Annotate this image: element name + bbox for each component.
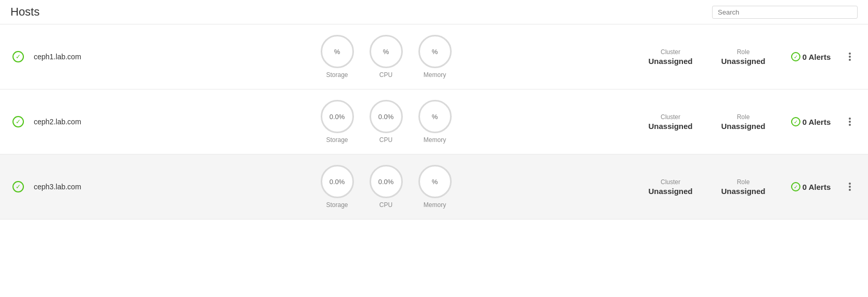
host-status-icon: ✓: [10, 51, 26, 62]
host-role: Role Unassigned: [707, 178, 780, 196]
host-row: ✓ ceph1.lab.com % Storage % CPU % Memory…: [0, 24, 868, 89]
host-alerts: ✓ 0 Alerts: [780, 182, 842, 191]
cpu-label: CPU: [379, 136, 392, 144]
cpu-metric: 0.0% CPU: [370, 165, 403, 209]
host-cluster: Cluster Unassigned: [634, 113, 707, 131]
storage-gauge: %: [321, 35, 354, 68]
cpu-metric: % CPU: [370, 35, 403, 79]
status-ok-icon: ✓: [12, 116, 24, 127]
memory-gauge: %: [418, 100, 452, 133]
host-metrics: 0.0% Storage 0.0% CPU % Memory: [138, 100, 634, 144]
alerts-icon-row: ✓ 0 Alerts: [791, 52, 831, 61]
role-value: Unassigned: [721, 122, 765, 131]
memory-metric: % Memory: [418, 35, 452, 79]
role-label: Role: [737, 113, 750, 121]
alerts-count: 0 Alerts: [803, 118, 831, 126]
cpu-label: CPU: [379, 201, 392, 209]
search-input[interactable]: [712, 6, 858, 19]
actions-menu-button[interactable]: [849, 183, 851, 191]
storage-metric: 0.0% Storage: [321, 165, 354, 209]
page-title: Hosts: [10, 5, 40, 19]
cluster-value: Unassigned: [648, 187, 692, 196]
memory-label: Memory: [424, 71, 446, 79]
memory-metric: % Memory: [418, 100, 452, 144]
host-row: ✓ ceph2.lab.com 0.0% Storage 0.0% CPU % …: [0, 89, 868, 154]
host-actions[interactable]: [842, 53, 858, 61]
cpu-label: CPU: [379, 71, 392, 79]
cluster-value: Unassigned: [648, 57, 692, 66]
alerts-count: 0 Alerts: [803, 53, 831, 61]
alert-check-icon: ✓: [791, 182, 800, 191]
host-cluster: Cluster Unassigned: [634, 48, 707, 66]
storage-gauge: 0.0%: [321, 165, 354, 198]
storage-label: Storage: [326, 71, 348, 79]
status-ok-icon: ✓: [12, 51, 24, 62]
cluster-label: Cluster: [661, 178, 680, 186]
memory-metric: % Memory: [418, 165, 452, 209]
host-name: ceph1.lab.com: [34, 53, 138, 61]
cluster-label: Cluster: [661, 113, 680, 121]
host-actions[interactable]: [842, 118, 858, 126]
host-cluster: Cluster Unassigned: [634, 178, 707, 196]
cpu-gauge: %: [370, 35, 403, 68]
memory-label: Memory: [424, 136, 446, 144]
storage-metric: 0.0% Storage: [321, 100, 354, 144]
hosts-list: ✓ ceph1.lab.com % Storage % CPU % Memory…: [0, 24, 868, 219]
storage-metric: % Storage: [321, 35, 354, 79]
alerts-icon-row: ✓ 0 Alerts: [791, 182, 831, 191]
cpu-gauge: 0.0%: [370, 100, 403, 133]
storage-gauge: 0.0%: [321, 100, 354, 133]
cpu-metric: 0.0% CPU: [370, 100, 403, 144]
host-role: Role Unassigned: [707, 113, 780, 131]
memory-gauge: %: [418, 35, 452, 68]
storage-label: Storage: [326, 136, 348, 144]
cluster-value: Unassigned: [648, 122, 692, 131]
role-label: Role: [737, 178, 750, 186]
host-alerts: ✓ 0 Alerts: [780, 117, 842, 126]
storage-label: Storage: [326, 201, 348, 209]
host-status-icon: ✓: [10, 181, 26, 192]
status-ok-icon: ✓: [12, 181, 24, 192]
host-row: ✓ ceph3.lab.com 0.0% Storage 0.0% CPU % …: [0, 154, 868, 219]
cpu-gauge: 0.0%: [370, 165, 403, 198]
host-metrics: 0.0% Storage 0.0% CPU % Memory: [138, 165, 634, 209]
memory-gauge: %: [418, 165, 452, 198]
role-value: Unassigned: [721, 57, 765, 66]
memory-label: Memory: [424, 201, 446, 209]
page-header: Hosts: [0, 0, 868, 24]
alert-check-icon: ✓: [791, 52, 800, 61]
host-metrics: % Storage % CPU % Memory: [138, 35, 634, 79]
alerts-count: 0 Alerts: [803, 183, 831, 191]
alert-check-icon: ✓: [791, 117, 800, 126]
role-label: Role: [737, 48, 750, 56]
actions-menu-button[interactable]: [849, 118, 851, 126]
host-name: ceph3.lab.com: [34, 183, 138, 191]
cluster-label: Cluster: [661, 48, 680, 56]
host-name: ceph2.lab.com: [34, 118, 138, 126]
alerts-icon-row: ✓ 0 Alerts: [791, 117, 831, 126]
role-value: Unassigned: [721, 187, 765, 196]
host-alerts: ✓ 0 Alerts: [780, 52, 842, 61]
actions-menu-button[interactable]: [849, 53, 851, 61]
host-actions[interactable]: [842, 183, 858, 191]
host-status-icon: ✓: [10, 116, 26, 127]
host-role: Role Unassigned: [707, 48, 780, 66]
